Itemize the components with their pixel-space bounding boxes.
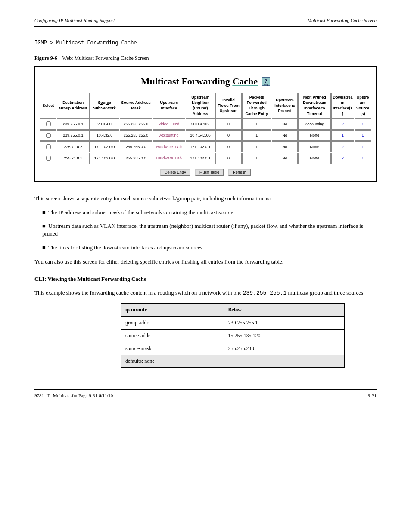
page-header: Configuring IP Multicast Routing Support… <box>34 17 377 27</box>
page-footer: 9781_IP_Multicast.fm Page 9-31 6/11/10 9… <box>34 389 377 399</box>
cell-pruned: No <box>272 141 298 152</box>
cell-us: 1 <box>355 118 371 130</box>
header-right: Multicast Forwarding Cache Screen <box>308 17 377 24</box>
cell-inv: 0 <box>215 118 242 130</box>
table-row: defaults: none <box>121 355 345 368</box>
cell-inv: 0 <box>215 141 242 152</box>
cell-pruned: No <box>272 153 298 164</box>
col-src-subnet-label: Source SubNetwork <box>93 100 116 110</box>
cell-select <box>40 141 56 152</box>
table-header-row: Select Destination Group Address Source … <box>40 93 371 118</box>
cell-upif: Accounting <box>153 130 185 141</box>
cell-dest: 239.255.0.1 <box>57 118 90 130</box>
cli-paragraph: This example shows the forwarding cache … <box>34 289 377 297</box>
cell-mask: 255.255.0.0 <box>120 153 153 164</box>
screenshot-panel: Multicast Forwarding Cache Select Destin… <box>34 66 377 182</box>
flush-table-button[interactable]: Flush Table <box>195 169 224 176</box>
cell-dest: 239.255.0.1 <box>57 130 90 141</box>
cell-dn: 2 <box>331 153 354 164</box>
cell-np: None <box>298 141 331 152</box>
cli-section-heading: CLI: Viewing the Multicast Forwarding Ca… <box>34 275 377 283</box>
col-up-src: Upstream Source(s) <box>355 93 371 118</box>
defaults-r0a: group-addr <box>121 317 224 330</box>
defaults-r0b: 239.255.255.1 <box>224 317 344 330</box>
cell-np: Accounting <box>298 118 331 130</box>
cell-pkt: 1 <box>242 130 271 141</box>
row-checkbox[interactable] <box>46 144 51 149</box>
upstream-sources-link[interactable]: 1 <box>362 133 364 137</box>
upstream-sources-link[interactable]: 1 <box>362 122 364 126</box>
cell-dn: 2 <box>331 141 354 152</box>
downstream-interfaces-link[interactable]: 2 <box>342 122 344 126</box>
cell-pkt: 1 <box>242 118 271 130</box>
cell-dest: 225.71.0.2 <box>57 141 90 152</box>
cell-upnb: 171.102.0.1 <box>186 153 215 164</box>
bullet-3: ■ The links for listing the downstream i… <box>42 244 377 252</box>
defaults-table: ip mroute Below group-addr 239.255.255.1… <box>121 303 345 368</box>
row-checkbox[interactable] <box>46 133 51 138</box>
delete-entry-button[interactable]: Delete Entry <box>160 169 190 176</box>
defaults-r1a: source-addr <box>121 329 224 342</box>
cli-p-a: This example shows the forwarding cache … <box>34 289 243 296</box>
row-checkbox[interactable] <box>46 156 51 161</box>
cell-mask: 255.255.255.0 <box>120 118 153 130</box>
cli-p-b: multicast group and three sources. <box>286 289 364 296</box>
table-row: group-addr 239.255.255.1 <box>121 317 345 330</box>
col-invalid: Invalid Flows From Upstream <box>215 93 242 118</box>
upstream-interface-link[interactable]: Accounting <box>159 133 179 137</box>
col-up-if: Upstream Interface <box>153 93 185 118</box>
cell-pkt: 1 <box>242 141 271 152</box>
table-row: source-addr 15.255.135.120 <box>121 329 345 342</box>
upstream-interface-link[interactable]: Hardware_Lab <box>156 145 182 149</box>
cell-upif: Hardware_Lab <box>153 141 185 152</box>
screenshot-title: Multicast Forwarding Cache <box>141 75 258 88</box>
bullet-1: ■ The IP address and subnet mask of the … <box>42 208 377 216</box>
cell-select <box>40 153 56 164</box>
cell-upif: Hardware_Lab <box>153 153 185 164</box>
cell-pkt: 1 <box>242 153 271 164</box>
col-pkts: Packets Forwarded Through Cache Entry <box>242 93 271 118</box>
cell-mask: 255.255.0.0 <box>120 141 153 152</box>
cell-us: 1 <box>355 141 371 152</box>
refresh-button[interactable]: Refresh <box>228 169 251 176</box>
cell-dn: 2 <box>331 118 354 130</box>
upstream-interface-link[interactable]: Hardware_Lab <box>156 156 182 160</box>
downstream-interfaces-link[interactable]: 2 <box>342 156 344 160</box>
table-row: 225.71.0.2171.102.0.0255.255.0.0Hardware… <box>40 141 371 152</box>
col-pruned: Upstream Interface is Pruned <box>272 93 298 118</box>
col-src-subnet: Source SubNetwork <box>90 93 119 118</box>
cell-select <box>40 118 56 130</box>
defaults-spanner: defaults: none <box>121 355 345 368</box>
cell-srcnet: 10.4.32.0 <box>90 130 119 141</box>
downstream-interfaces-link[interactable]: 1 <box>342 133 344 137</box>
cell-pruned: No <box>272 130 298 141</box>
screenshot-title-row: Multicast Forwarding Cache <box>40 75 371 88</box>
title-underline: Cache <box>232 76 258 87</box>
bullet-2-text: Upstream data such as VLAN interface, th… <box>42 223 363 237</box>
defaults-r1b: 15.255.135.120 <box>224 329 344 342</box>
table-row: 239.255.0.110.4.32.0255.255.255.0Account… <box>40 130 371 141</box>
cell-np: None <box>298 153 331 164</box>
defaults-th1: Below <box>224 304 344 317</box>
cli-p-code: 239.255.255.1 <box>243 290 286 296</box>
forwarding-cache-table: Select Destination Group Address Source … <box>40 93 371 165</box>
cell-srcnet: 171.102.0.0 <box>90 153 119 164</box>
col-up-neighbor: Upstream Neighbor (Router) Address <box>186 93 215 118</box>
downstream-interfaces-link[interactable]: 2 <box>342 145 344 149</box>
cell-srcnet: 171.102.0.0 <box>90 141 119 152</box>
screen-path: IGMP > Multicast Forwarding Cache <box>34 40 377 47</box>
cell-mask: 255.255.255.0 <box>120 130 153 141</box>
bullet-2: ■ Upstream data such as VLAN interface, … <box>42 222 377 238</box>
intro-paragraph: This screen shows a separate entry for e… <box>34 195 377 202</box>
cell-srcnet: 20.0.4.0 <box>90 118 119 130</box>
table-row: 239.255.0.120.0.4.0255.255.255.0Video_Fe… <box>40 118 371 130</box>
upstream-interface-link[interactable]: Video_Feed <box>159 122 179 126</box>
footer-right: 9-31 <box>368 392 377 399</box>
help-icon[interactable] <box>262 77 270 86</box>
upstream-sources-link[interactable]: 1 <box>362 156 364 160</box>
cell-pruned: No <box>272 118 298 130</box>
row-checkbox[interactable] <box>46 121 51 126</box>
footer-left: 9781_IP_Multicast.fm Page 9-31 6/11/10 <box>34 393 113 398</box>
col-dest: Destination Group Address <box>57 93 90 118</box>
upstream-sources-link[interactable]: 1 <box>362 145 364 149</box>
